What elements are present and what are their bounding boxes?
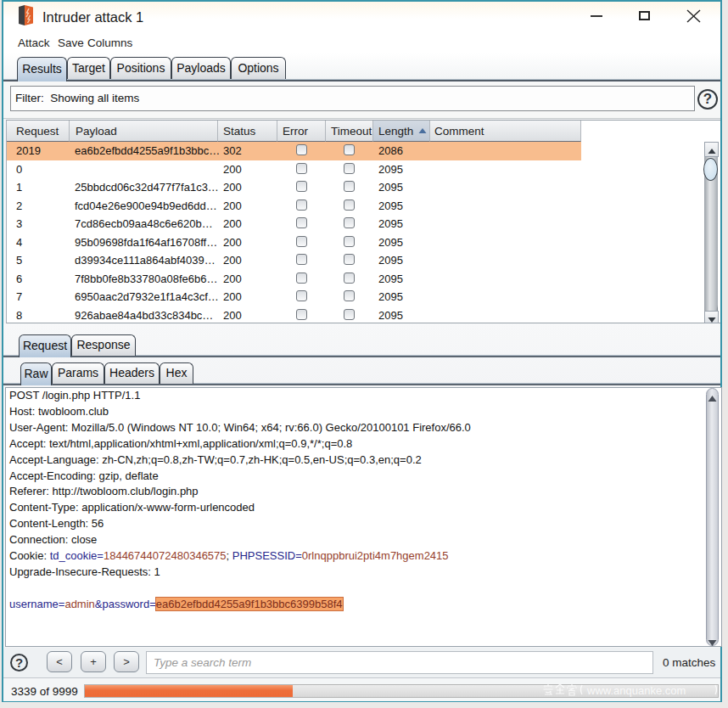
svg-text:www.anquanke.com: www.anquanke.com [586,684,686,697]
